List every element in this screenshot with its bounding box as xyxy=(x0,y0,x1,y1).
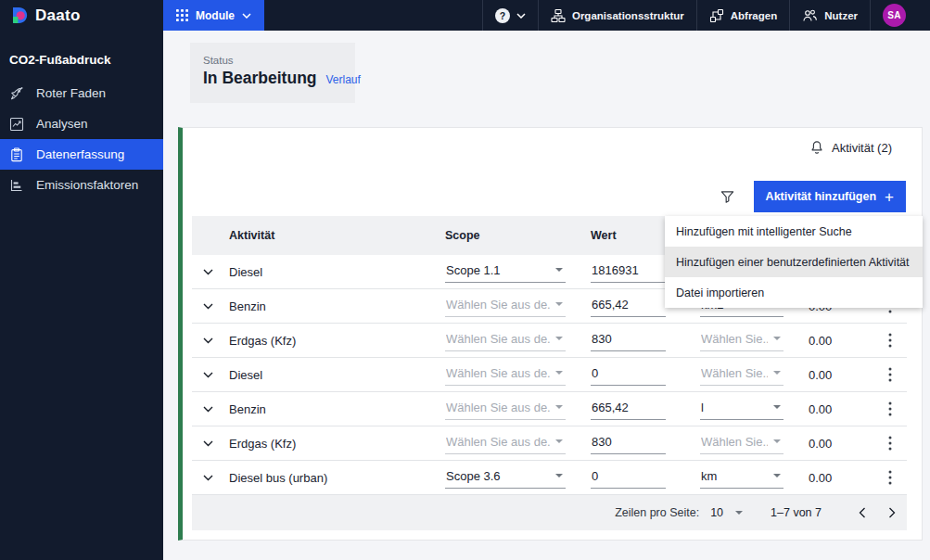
menu-item[interactable]: Hinzufügen einer benutzerdefinierten Akt… xyxy=(665,247,923,277)
menu-item-label: Datei importieren xyxy=(676,286,764,299)
add-activity-button[interactable]: Aktivität hinzufügen + xyxy=(754,181,906,212)
scope-select[interactable]: Wählen Sie aus de... xyxy=(445,296,566,317)
scope-select[interactable]: Wählen Sie aus de... xyxy=(445,433,566,454)
wert-input[interactable]: 665,42 xyxy=(591,399,666,420)
scope-select[interactable]: Scope 3.6 xyxy=(445,467,566,489)
avatar[interactable]: SA xyxy=(883,4,906,27)
prev-page-button[interactable] xyxy=(847,495,877,530)
wert-input[interactable]: 830 xyxy=(591,330,666,351)
wert-input[interactable]: 0 xyxy=(591,467,666,489)
scope-select[interactable]: Scope 1.1 xyxy=(445,261,566,283)
clipboard-icon xyxy=(9,147,24,162)
users-icon xyxy=(802,8,818,23)
expand-row-button[interactable] xyxy=(200,335,216,347)
sidebar-item-datenerfassung[interactable]: Datenerfassung xyxy=(0,139,163,170)
chevron-down-icon xyxy=(735,511,743,515)
chevron-down-icon xyxy=(516,13,526,19)
chevron-down-icon xyxy=(773,474,781,477)
chevron-down-icon xyxy=(203,303,213,310)
chevron-down-icon xyxy=(555,439,563,443)
row-actions-menu[interactable] xyxy=(883,399,898,419)
sidebar-item-emissionsfaktoren[interactable]: Emissionsfaktoren xyxy=(0,170,163,200)
logo-text: Daato xyxy=(35,6,81,25)
row-actions-menu[interactable] xyxy=(883,467,898,488)
scope-select-value: Wählen Sie aus de... xyxy=(446,435,550,449)
kebab-icon xyxy=(888,401,892,416)
query-icon xyxy=(709,8,724,23)
einheit-select[interactable]: km xyxy=(700,467,783,489)
einheit-select[interactable]: Wählen Sie... xyxy=(700,364,783,386)
expand-row-button[interactable] xyxy=(200,369,216,381)
einheit-select[interactable]: l xyxy=(700,399,783,420)
activity-name: Diesel xyxy=(229,265,445,279)
kebab-icon xyxy=(888,470,892,485)
nav-item-organisationsstruktur[interactable]: Organisationsstruktur xyxy=(538,0,696,31)
menu-item-label: Hinzufügen einer benutzerdefinierten Akt… xyxy=(676,256,910,269)
co2-value: 0.00 xyxy=(809,334,879,348)
chevron-down-icon xyxy=(773,337,781,340)
table-row: Diesel Wählen Sie aus de... 0 Wählen Sie… xyxy=(192,358,907,392)
chevron-down-icon xyxy=(203,337,213,344)
add-activity-label: Aktivität hinzufügen xyxy=(766,190,876,203)
org-structure-icon xyxy=(551,8,566,23)
expand-row-button[interactable] xyxy=(200,472,216,484)
expand-row-button[interactable] xyxy=(200,266,216,278)
expand-row-button[interactable] xyxy=(200,438,216,450)
scope-select-value: Wählen Sie aus de... xyxy=(446,366,550,380)
activity-notification[interactable]: Aktivität (2) xyxy=(809,140,892,155)
co2-value: 0.00 xyxy=(809,402,879,416)
pagination: Zeilen pro Seite: 10 1–7 von 7 xyxy=(192,495,907,530)
nav-item-abfragen[interactable]: Abfragen xyxy=(696,0,789,31)
notification-label: Aktivität (2) xyxy=(832,141,892,155)
chevron-down-icon xyxy=(773,405,781,409)
menu-item[interactable]: Hinzufügen mit intelligenter Suche xyxy=(665,216,923,247)
row-actions-menu[interactable] xyxy=(883,433,898,453)
wert-input[interactable]: 0 xyxy=(591,364,666,386)
top-nav: Daato Module ? xyxy=(0,0,930,31)
wert-input[interactable]: 830 xyxy=(591,433,666,454)
chevron-down-icon xyxy=(555,405,563,409)
row-actions-menu[interactable] xyxy=(883,364,898,385)
verlauf-link[interactable]: Verlauf xyxy=(326,73,361,86)
rows-per-page-select[interactable]: 10 xyxy=(710,506,743,519)
expand-row-button[interactable] xyxy=(200,300,216,312)
sidebar-item-label: Analysen xyxy=(36,117,88,131)
expand-row-button[interactable] xyxy=(200,403,216,415)
nav-item-nutzer[interactable]: Nutzer xyxy=(789,0,870,31)
scope-select-value: Wählen Sie aus de... xyxy=(446,332,550,346)
menu-item[interactable]: Datei importieren xyxy=(665,277,923,308)
kebab-icon xyxy=(888,333,892,348)
user-menu[interactable]: SA xyxy=(870,0,918,31)
status-label: Status xyxy=(203,55,351,66)
help-icon: ? xyxy=(495,8,510,23)
scope-select[interactable]: Wählen Sie aus de... xyxy=(445,364,566,386)
wert-input[interactable]: 1816931 xyxy=(591,261,666,283)
chevron-down-icon xyxy=(555,302,563,306)
filter-button[interactable] xyxy=(718,187,737,207)
help-menu[interactable]: ? xyxy=(482,0,538,31)
next-page-button[interactable] xyxy=(877,495,907,530)
einheit-select[interactable]: Wählen Sie... xyxy=(700,433,783,454)
sidebar-item-analysen[interactable]: Analysen xyxy=(0,108,163,139)
scope-select[interactable]: Wählen Sie aus de... xyxy=(445,330,566,351)
kebab-icon xyxy=(888,367,892,382)
sidebar-item-label: Datenerfassung xyxy=(36,147,124,161)
daato-logo-icon xyxy=(11,6,29,24)
plus-icon: + xyxy=(885,189,894,205)
kebab-icon xyxy=(888,436,892,451)
header-aktivitaet: Aktivität xyxy=(229,229,445,242)
sidebar-item-roter-faden[interactable]: Roter Faden xyxy=(0,78,163,108)
chevron-down-icon xyxy=(555,474,563,477)
scope-select-value: Scope 3.6 xyxy=(446,469,501,483)
row-actions-menu[interactable] xyxy=(883,330,898,350)
chevron-down-icon xyxy=(773,371,781,375)
nav-label: Organisationsstruktur xyxy=(572,10,684,21)
module-button[interactable]: Module xyxy=(163,0,264,31)
chevron-down-icon xyxy=(555,337,563,340)
activity-name: Diesel bus (urban) xyxy=(229,471,445,485)
add-activity-menu: Hinzufügen mit intelligenter Suche Hinzu… xyxy=(665,216,923,308)
activity-name: Benzin xyxy=(229,299,445,313)
scope-select[interactable]: Wählen Sie aus de... xyxy=(445,399,566,420)
einheit-select[interactable]: Wählen Sie... xyxy=(700,330,783,351)
wert-input[interactable]: 665,42 xyxy=(591,296,666,317)
